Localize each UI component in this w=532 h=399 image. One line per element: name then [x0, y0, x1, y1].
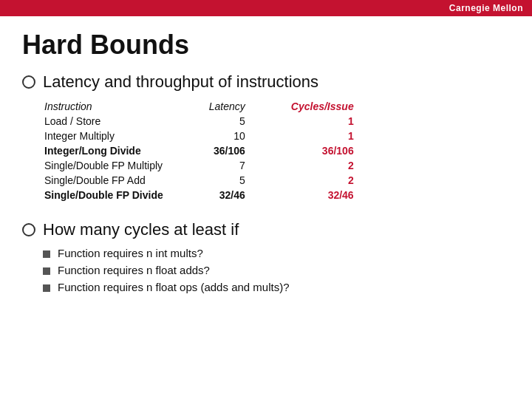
latency-table: Instruction Latency Cycles/Issue Load / … [43, 99, 361, 202]
bullet-circle-latency [22, 75, 35, 89]
table-row: Load / Store51 [43, 114, 361, 129]
cell-latency: 5 [208, 173, 290, 188]
cell-cycles: 1 [290, 114, 361, 129]
bullet-row-cycles: How many cycles at least if [22, 220, 510, 239]
bullet-row-latency: Latency and throughput of instructions [22, 72, 510, 92]
latency-table-wrapper: Instruction Latency Cycles/Issue Load / … [43, 99, 510, 202]
sub-bullet-item: Function requires n int mults? [43, 247, 510, 259]
sub-bullets-list: Function requires n int mults?Function r… [43, 247, 510, 293]
sub-bullet-text: Function requires n int mults? [58, 247, 203, 259]
sub-bullet-item: Function requires n float ops (adds and … [43, 281, 510, 293]
cell-instruction: Integer Multiply [43, 129, 208, 143]
sub-bullet-item: Function requires n float adds? [43, 264, 510, 276]
sub-bullet-square-icon [43, 250, 50, 258]
cell-latency: 32/46 [208, 188, 290, 202]
page-title: Hard Bounds [22, 30, 510, 61]
cell-instruction: Load / Store [43, 114, 208, 129]
header-bar: Carnegie Mellon [0, 0, 532, 16]
carnegie-mellon-logo: Carnegie Mellon [449, 3, 523, 13]
cell-instruction: Integer/Long Divide [43, 143, 208, 158]
sub-bullet-text: Function requires n float adds? [58, 264, 210, 276]
col-header-cycles: Cycles/Issue [290, 99, 361, 114]
table-row: Single/Double FP Add52 [43, 173, 361, 188]
table-row: Integer/Long Divide36/10636/106 [43, 143, 361, 158]
latency-section: Latency and throughput of instructions I… [22, 72, 510, 202]
latency-heading: Latency and throughput of instructions [43, 72, 318, 92]
cycles-section: How many cycles at least if Function req… [22, 220, 510, 293]
cell-latency: 7 [208, 158, 290, 173]
col-header-latency: Latency [208, 99, 290, 114]
col-header-instruction: Instruction [43, 99, 208, 114]
cell-cycles: 2 [290, 158, 361, 173]
cell-cycles: 32/46 [290, 188, 361, 202]
bullet-circle-cycles [22, 223, 35, 236]
table-row: Single/Double FP Divide32/4632/46 [43, 188, 361, 202]
table-header-row: Instruction Latency Cycles/Issue [43, 99, 361, 114]
cell-latency: 36/106 [208, 143, 290, 158]
sub-bullet-square-icon [43, 267, 50, 275]
sub-bullet-square-icon [43, 284, 50, 292]
cell-latency: 5 [208, 114, 290, 129]
cell-cycles: 36/106 [290, 143, 361, 158]
table-row: Single/Double FP Multiply72 [43, 158, 361, 173]
cell-cycles: 2 [290, 173, 361, 188]
cell-instruction: Single/Double FP Divide [43, 188, 208, 202]
cell-cycles: 1 [290, 129, 361, 143]
sub-bullet-text: Function requires n float ops (adds and … [58, 281, 290, 293]
cycles-heading: How many cycles at least if [43, 220, 239, 239]
cell-latency: 10 [208, 129, 290, 143]
cell-instruction: Single/Double FP Multiply [43, 158, 208, 173]
table-row: Integer Multiply101 [43, 129, 361, 143]
cell-instruction: Single/Double FP Add [43, 173, 208, 188]
main-content: Hard Bounds Latency and throughput of in… [0, 16, 532, 326]
